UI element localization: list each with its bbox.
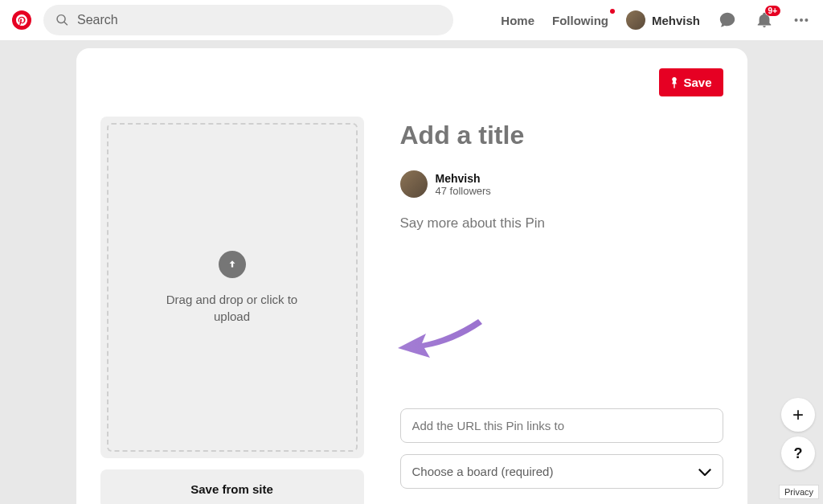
- dots-icon: [792, 11, 810, 29]
- pinterest-logo[interactable]: [12, 10, 31, 30]
- user-row: Mehvish 47 followers: [400, 170, 723, 198]
- user-info: Mehvish 47 followers: [436, 172, 491, 197]
- upload-icon: [219, 251, 246, 278]
- url-input[interactable]: [400, 408, 723, 443]
- user-chip[interactable]: Mehvish: [626, 10, 700, 30]
- privacy-link[interactable]: Privacy: [779, 485, 819, 499]
- svg-point-1: [800, 18, 803, 22]
- user-name: Mehvish: [436, 172, 491, 185]
- notifications-button[interactable]: 9+: [755, 10, 774, 30]
- right-column: Mehvish 47 followers Choose a board (req…: [400, 117, 723, 504]
- pin-icon: [670, 77, 678, 88]
- left-column: Drag and drop or click to upload Save fr…: [100, 117, 364, 504]
- search-bar[interactable]: [43, 5, 453, 35]
- nav-following[interactable]: Following: [552, 14, 608, 27]
- board-select-label: Choose a board (required): [412, 465, 554, 478]
- nav-home[interactable]: Home: [501, 14, 534, 27]
- svg-point-0: [795, 18, 798, 22]
- card-body: Drag and drop or click to upload Save fr…: [100, 117, 723, 504]
- save-from-site-button[interactable]: Save from site: [100, 469, 364, 504]
- search-input[interactable]: [77, 13, 441, 27]
- pin-builder-card: Save Drag and drop or click to upload Sa…: [76, 48, 747, 504]
- add-fab[interactable]: +: [781, 398, 815, 432]
- chevron-down-icon: [698, 468, 711, 476]
- avatar-icon: [626, 10, 645, 30]
- description-input[interactable]: [400, 215, 723, 232]
- title-input[interactable]: [400, 121, 723, 150]
- header-username: Mehvish: [652, 14, 700, 27]
- nav-items: Home Following Mehvish 9+: [501, 10, 811, 30]
- save-button[interactable]: Save: [659, 68, 723, 96]
- main-header: Home Following Mehvish 9+: [0, 0, 823, 40]
- chat-icon: [719, 11, 736, 29]
- board-select[interactable]: Choose a board (required): [400, 454, 723, 489]
- avatar-icon: [400, 170, 428, 198]
- follower-count: 47 followers: [436, 185, 491, 197]
- upload-text: Drag and drop or click to upload: [109, 291, 356, 325]
- save-button-label: Save: [683, 76, 711, 89]
- upload-area: Drag and drop or click to upload: [100, 117, 364, 458]
- nav-following-label: Following: [552, 14, 608, 27]
- main-container: Save Drag and drop or click to upload Sa…: [0, 40, 823, 504]
- more-menu-button[interactable]: [792, 10, 811, 30]
- svg-point-2: [805, 18, 808, 22]
- search-icon: [55, 13, 69, 27]
- notification-dot-icon: [610, 9, 615, 14]
- messages-button[interactable]: [718, 10, 737, 30]
- help-fab[interactable]: ?: [781, 436, 815, 470]
- upload-dropzone[interactable]: Drag and drop or click to upload: [107, 123, 358, 452]
- notification-badge: 9+: [765, 6, 780, 16]
